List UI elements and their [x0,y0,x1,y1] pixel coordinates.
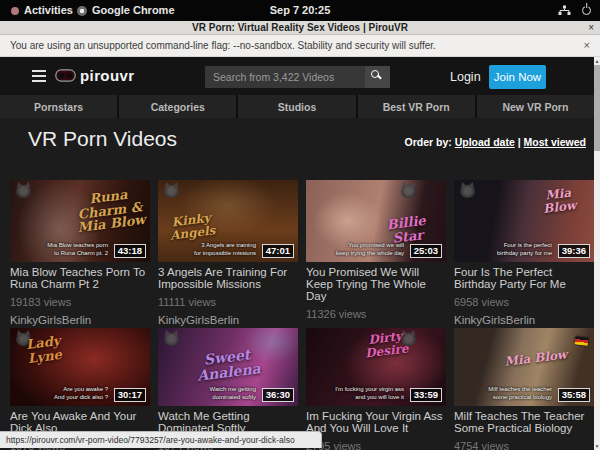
power-icon[interactable] [582,6,591,15]
video-duration-badge: 35:58 [558,388,590,402]
nav-item-new-vr-porn[interactable]: New VR Porn [477,95,594,118]
thumbnail-caption: Four is the perfect birthday party for m… [460,241,552,257]
video-title[interactable]: Mia Blow Teaches Porn To Runa Charm Pt 2 [10,266,150,290]
video-duration-badge: 39:36 [558,244,590,258]
search-bar [205,66,390,88]
thumbnail-overlay-text: Sweet Analena [181,345,276,385]
video-duration-badge: 47:01 [262,244,294,258]
video-views: 4754 views [454,440,594,450]
video-views: 19183 views [10,296,150,308]
video-title[interactable]: Milf Teaches The Teacher Some Practical … [454,410,594,434]
infobar-close-icon[interactable]: × [584,39,590,51]
thumbnail-overlay-text: Kinky Angels [159,210,226,243]
thumbnail-caption: You promised we will keep trying the who… [312,241,404,257]
nav-item-studios[interactable]: Studios [238,95,355,118]
site-logo[interactable]: pirouvr [55,67,134,84]
network-icon[interactable] [558,5,571,18]
video-card: Dirty Desire I'm fucking your virgin ass… [306,328,446,450]
video-studio-link[interactable]: KinkyGirlsBerlin [454,314,594,326]
video-card: Kinky Angels 3 Angels are training for i… [158,180,298,338]
search-input[interactable] [205,66,365,88]
window-title: VR Porn: Virtual Reality Sex Videos | Pi… [0,22,600,33]
nav-item-categories[interactable]: Categories [119,95,236,118]
search-button[interactable] [365,66,390,88]
video-thumbnail[interactable]: Kinky Angels 3 Angels are training for i… [158,180,298,262]
order-by-controls: Order by: Upload date | Most viewed [404,136,586,148]
thumbnail-caption: 3 Angels are training for impossible mis… [164,241,256,257]
video-duration-badge: 36:30 [262,388,294,402]
video-views: 11111 views [158,296,298,308]
status-url-bubble: https://pirouvr.com/vr-porn-video/779325… [0,431,322,448]
video-title[interactable]: Four Is The Perfect Birthday Party For M… [454,266,594,290]
video-thumbnail[interactable]: Mia Blow Milf teaches the teacher some p… [454,328,594,406]
video-title[interactable]: 3 Angels Are Training For Impossible Mis… [158,266,298,290]
scrollbar-thumb[interactable] [594,65,600,151]
page-scrollbar[interactable]: ▲ ▼ [594,57,600,450]
nav-item-best-vr-porn[interactable]: Best VR Porn [358,95,475,118]
video-thumbnail[interactable]: Lady Lyne Are you awake ? And your dick … [10,328,150,406]
video-views: 2795 views [306,440,446,450]
video-studio-link[interactable]: KinkyGirlsBerlin [158,314,298,326]
video-title[interactable]: Im Fucking Your Virgin Ass And You Will … [306,410,446,434]
video-thumbnail[interactable]: Sweet Analena Watch me getting dominated… [158,328,298,406]
order-separator: | [518,136,521,148]
video-studio-link[interactable]: KinkyGirlsBerlin [10,314,150,326]
video-views: 11326 views [306,308,446,320]
vr-goggles-logo-icon [55,69,76,82]
video-thumbnail[interactable]: Billie Star You promised we will keep tr… [306,180,446,262]
page-title: VR Porn Videos [28,127,177,151]
thumbnail-caption: I'm fucking your virgin ass and you will… [312,385,404,401]
menu-icon[interactable] [32,70,46,82]
chrome-infobar: You are using an unsupported command-lin… [0,35,600,57]
site-header: pirouvr Login Join Now [0,57,600,95]
thumbnail-overlay-text: Dirty Desire [345,328,427,362]
infobar-message: You are using an unsupported command-lin… [10,40,436,51]
thumbnail-overlay-text: Lady Lyne [13,332,76,366]
browser-screen: Activities Google Chrome Sep 7 20:25 VR … [0,0,600,450]
scrollbar-up-icon[interactable]: ▲ [594,57,600,65]
studio-cat-mask-logo [401,185,416,198]
window-title-bar: VR Porn: Virtual Reality Sex Videos | Pi… [0,21,600,35]
video-card: Billie Star You promised we will keep tr… [306,180,446,338]
video-card: Runa Charm & Mia Blow Mia Blow teaches p… [10,180,150,338]
join-now-button[interactable]: Join Now [489,65,546,89]
video-thumbnail[interactable]: Dirty Desire I'm fucking your virgin ass… [306,328,446,406]
video-card: Mia Blow Milf teaches the teacher some p… [454,328,594,450]
thumbnail-caption: Milf teaches the teacher some practical … [460,385,552,401]
nav-item-pornstars[interactable]: Pornstars [0,95,117,118]
order-most-viewed-link[interactable]: Most viewed [524,136,586,148]
video-card: Mia Blow Four is the perfect birthday pa… [454,180,594,338]
studio-cat-mask-logo [460,185,475,198]
video-grid-row-1: Runa Charm & Mia Blow Mia Blow teaches p… [10,180,594,338]
window-close-icon[interactable]: × [588,22,594,33]
video-duration-badge: 33:59 [410,388,442,402]
login-link[interactable]: Login [450,70,481,84]
studio-cat-mask-logo [164,333,179,346]
thumbnail-caption: Watch me getting dominated softly [164,385,256,401]
thumbnail-overlay-text: Mia Blow [527,184,592,217]
video-thumbnail[interactable]: Runa Charm & Mia Blow Mia Blow teaches p… [10,180,150,262]
thumbnail-overlay-text: Runa Charm & Mia Blow [68,185,150,235]
scrollbar-down-icon[interactable]: ▼ [594,442,600,450]
video-thumbnail[interactable]: Mia Blow Four is the perfect birthday pa… [454,180,594,262]
studio-cat-mask-logo [16,185,31,198]
clock[interactable]: Sep 7 20:25 [0,4,600,16]
video-title[interactable]: You Promised We Will Keep Trying The Who… [306,266,446,302]
search-icon [371,70,379,78]
german-flag-icon [575,336,589,345]
thumbnail-caption: Mia Blow teaches porn to Runa Charm pt. … [16,241,108,257]
video-duration-badge: 30:17 [114,388,146,402]
site-logo-text: pirouvr [80,67,134,84]
order-by-label: Order by: [404,136,451,148]
video-views: 6958 views [454,296,594,308]
video-duration-badge: 25:03 [410,244,442,258]
order-upload-date-link[interactable]: Upload date [455,136,515,148]
thumbnail-caption: Are you awake ? And your dick also ? [16,385,108,401]
video-duration-badge: 43:18 [114,244,146,258]
thumbnail-overlay-text: Mia Blow [503,348,568,368]
system-top-bar: Activities Google Chrome Sep 7 20:25 [0,0,600,21]
studio-cat-mask-logo [164,185,179,198]
main-nav: Pornstars Categories Studios Best VR Por… [0,95,594,118]
